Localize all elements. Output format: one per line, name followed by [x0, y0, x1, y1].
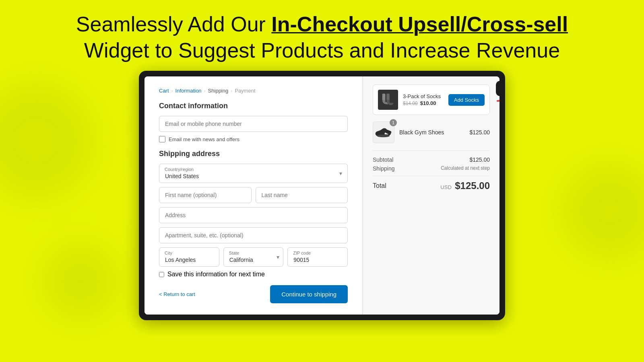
- upsell-prices: $14.00 $10.00: [403, 100, 444, 106]
- svg-rect-1: [386, 94, 390, 101]
- arrow-icon: [493, 97, 500, 121]
- email-checkbox-row: Email me with news and offers: [159, 136, 348, 142]
- order-totals: Subtotal $125.00 Shipping Calculated at …: [373, 150, 490, 191]
- socks-icon: [380, 92, 396, 107]
- breadcrumb: Cart › Information › Shipping › Payment: [159, 88, 348, 94]
- breadcrumb-information[interactable]: Information: [175, 88, 202, 94]
- checkout-right-panel: 3-Pack of Socks $14.00 $10.00 Add Socks …: [363, 76, 500, 315]
- grand-total-value: $125.00: [455, 180, 490, 191]
- zip-field-wrap: ZIP code: [287, 247, 348, 267]
- email-input[interactable]: [159, 116, 348, 132]
- checkout-left-panel: Cart › Information › Shipping › Payment …: [144, 76, 363, 315]
- header-line1-regular: Seamlessly Add Our: [76, 12, 272, 36]
- name-row: [159, 187, 348, 203]
- laptop-wrapper: Cart › Information › Shipping › Payment …: [0, 71, 644, 320]
- shipping-row: Shipping Calculated at next step: [373, 165, 490, 172]
- grand-total-label: Total: [373, 182, 386, 189]
- page-header: Seamlessly Add Our In-Checkout Upsell/Cr…: [0, 0, 644, 71]
- city-state-zip-row: City State California ▾ ZIP code: [159, 247, 348, 267]
- return-to-cart-link[interactable]: < Return to cart: [159, 291, 195, 297]
- state-label: State: [229, 251, 239, 255]
- laptop-screen: Cart › Information › Shipping › Payment …: [144, 76, 500, 315]
- shoe-icon: [375, 125, 392, 139]
- grand-total-row: Total USD $125.00: [373, 176, 490, 191]
- laptop-frame: Cart › Information › Shipping › Payment …: [139, 71, 505, 320]
- email-offers-label: Email me with news and offers: [169, 136, 239, 142]
- contact-section-title: Contact information: [159, 102, 348, 110]
- product-name: Black Gym Shoes: [399, 129, 464, 136]
- upsell-original-price: $14.00: [403, 101, 418, 106]
- grand-total-value-wrap: USD $125.00: [440, 180, 490, 191]
- country-select-wrapper: Country/region United States ▾: [159, 164, 348, 183]
- one-click-tooltip: One-Click, Easy Sale: [496, 81, 500, 96]
- add-socks-button[interactable]: Add Socks: [448, 94, 485, 106]
- apt-input[interactable]: [159, 227, 348, 243]
- currency-label: USD: [440, 184, 451, 190]
- product-quantity-badge: 1: [390, 119, 397, 126]
- subtotal-value: $125.00: [469, 156, 490, 163]
- address-input[interactable]: [159, 207, 348, 223]
- first-name-input[interactable]: [159, 187, 252, 203]
- upsell-product-name: 3-Pack of Socks: [403, 93, 444, 99]
- upsell-card: 3-Pack of Socks $14.00 $10.00 Add Socks …: [373, 84, 490, 115]
- save-info-label: Save this information for next time: [167, 271, 265, 278]
- state-field-wrap: State California ▾: [223, 247, 284, 267]
- bottom-actions: < Return to cart Continue to shipping: [159, 285, 348, 303]
- product-row: 1 Black Gym Shoes $125.00: [373, 121, 490, 143]
- product-price: $125.00: [469, 129, 490, 136]
- email-offers-checkbox[interactable]: [159, 136, 165, 142]
- svg-rect-0: [382, 94, 386, 101]
- city-field-wrap: City: [159, 247, 219, 267]
- shipping-section-title: Shipping address: [159, 150, 348, 158]
- upsell-product-image: [378, 90, 398, 110]
- city-label: City: [165, 251, 172, 255]
- upsell-sale-price: $10.00: [420, 100, 436, 106]
- country-label: Country/region: [165, 167, 194, 172]
- shipping-label: Shipping: [373, 165, 395, 172]
- breadcrumb-shipping: Shipping: [208, 88, 229, 94]
- save-info-row: Save this information for next time: [159, 271, 348, 278]
- shipping-value: Calculated at next step: [441, 165, 490, 172]
- continue-to-shipping-button[interactable]: Continue to shipping: [270, 285, 348, 303]
- subtotal-label: Subtotal: [373, 156, 393, 163]
- product-image-wrap: 1: [373, 121, 394, 143]
- header-line1-bold: In-Checkout Upsell/Cross-sell: [271, 12, 568, 36]
- zip-label: ZIP code: [293, 251, 311, 255]
- save-info-checkbox[interactable]: [159, 272, 164, 277]
- svg-point-3: [377, 134, 390, 137]
- subtotal-row: Subtotal $125.00: [373, 156, 490, 163]
- breadcrumb-payment: Payment: [235, 88, 255, 94]
- last-name-input[interactable]: [256, 187, 348, 203]
- upsell-info: 3-Pack of Socks $14.00 $10.00: [403, 93, 444, 106]
- header-line2: Widget to Suggest Products and Increase …: [84, 39, 560, 62]
- breadcrumb-cart[interactable]: Cart: [159, 88, 169, 94]
